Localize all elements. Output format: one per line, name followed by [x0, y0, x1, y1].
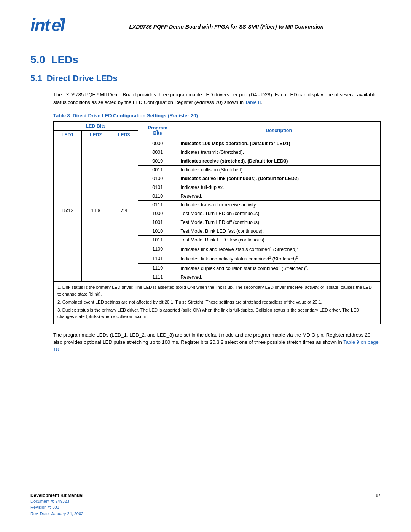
program-bits-cell: 0101 [138, 183, 177, 192]
description-cell: Indicates transmit or receive activity. [177, 201, 381, 209]
body-paragraph-1: The LXD9785 PQFP MII Demo Board provides… [53, 91, 381, 106]
led-bits-header: LED Bits [54, 122, 138, 131]
description-cell: Indicates active link (continuous). (Def… [177, 174, 381, 183]
program-bits-cell: 1000 [138, 209, 177, 218]
program-bits-header: ProgramBits [138, 122, 177, 139]
table8-link[interactable]: Table 8 [245, 99, 261, 105]
description-cell: Indicates collision (Stretched). [177, 166, 381, 174]
footnote-item: 2. Combined event LED settings are not a… [57, 299, 376, 305]
description-cell: Indicates 100 Mbps operation. (Default f… [177, 139, 381, 148]
description-cell: Indicates link and activity status combi… [177, 254, 381, 264]
program-bits-cell: 0000 [138, 139, 177, 148]
led1-header: LED1 [54, 131, 82, 139]
led2-header: LED2 [82, 131, 110, 139]
program-bits-cell: 1100 [138, 244, 177, 254]
table-footnotes: 1. Link status is the primary LED driver… [53, 282, 381, 324]
doc-info: Document #: 249323 Revision #: 003 Rev. … [30, 498, 83, 517]
description-cell: Test Mode. Blink LED fast (continuous). [177, 227, 381, 236]
description-cell: Indicates receive (stretched). (Default … [177, 157, 381, 166]
program-bits-cell: 0011 [138, 166, 177, 174]
description-header: Description [177, 122, 381, 139]
page-number: 17 [376, 493, 381, 498]
program-bits-cell: 0001 [138, 148, 177, 157]
table-caption: Table 8. Direct Drive LED Configuration … [53, 113, 381, 118]
table9-link[interactable]: Table 9 on page 18 [53, 339, 379, 353]
program-bits-cell: 0010 [138, 157, 177, 166]
program-bits-cell: 1110 [138, 264, 177, 273]
header-title: LXD9785 PQFP Demo Board with FPGA for SS… [72, 24, 381, 30]
description-cell: Indicates full-duplex. [177, 183, 381, 192]
section-5-heading: 5.0 LEDs [30, 54, 381, 66]
program-bits-cell: 1001 [138, 218, 177, 227]
table-8: LED Bits ProgramBits Description LED1 LE… [53, 121, 381, 282]
description-cell: Test Mode. Turn LED off (continuous). [177, 218, 381, 227]
program-bits-cell: 0110 [138, 192, 177, 201]
program-bits-cell: 1111 [138, 273, 177, 282]
body-paragraph-2: The programmable LEDs (LED_1, LED_2, and… [53, 331, 381, 354]
intel-logo: int el [30, 15, 65, 38]
page-header: int el LXD9785 PQFP Demo Board with FPGA… [30, 15, 381, 42]
description-cell: Indicates transmit (Stretched). [177, 148, 381, 157]
footnote-item: 3. Duplex status is the primary LED driv… [57, 307, 376, 320]
description-cell: Indicates duplex and collision status co… [177, 264, 381, 273]
description-cell: Test Mode. Turn LED on (continuous). [177, 209, 381, 218]
svg-text:int: int [30, 15, 51, 34]
footnote-item: 1. Link status is the primary LED driver… [57, 284, 376, 297]
dev-kit-label: Development Kit Manual [30, 493, 83, 498]
page: int el LXD9785 PQFP Demo Board with FPGA… [0, 0, 411, 532]
program-bits-cell: 1101 [138, 254, 177, 264]
led3-header: LED3 [110, 131, 138, 139]
led1-bits-cell: 15:12 [54, 139, 82, 282]
program-bits-cell: 1011 [138, 236, 177, 244]
description-cell: Reserved. [177, 192, 381, 201]
led3-bits-cell: 7:4 [110, 139, 138, 282]
table-8-wrap: LED Bits ProgramBits Description LED1 LE… [53, 121, 381, 324]
description-cell: Indicates link and receive status combin… [177, 244, 381, 254]
page-footer: Development Kit Manual Document #: 24932… [30, 490, 381, 517]
program-bits-cell: 0100 [138, 174, 177, 183]
program-bits-cell: 0111 [138, 201, 177, 209]
program-bits-cell: 1010 [138, 227, 177, 236]
description-cell: Reserved. [177, 273, 381, 282]
description-cell: Test Mode. Blink LED slow (continuous). [177, 236, 381, 244]
footer-left: Development Kit Manual Document #: 24932… [30, 493, 83, 517]
section-51-heading: 5.1 Direct Drive LEDs [30, 73, 381, 83]
led2-bits-cell: 11:8 [82, 139, 110, 282]
svg-point-2 [60, 18, 63, 21]
